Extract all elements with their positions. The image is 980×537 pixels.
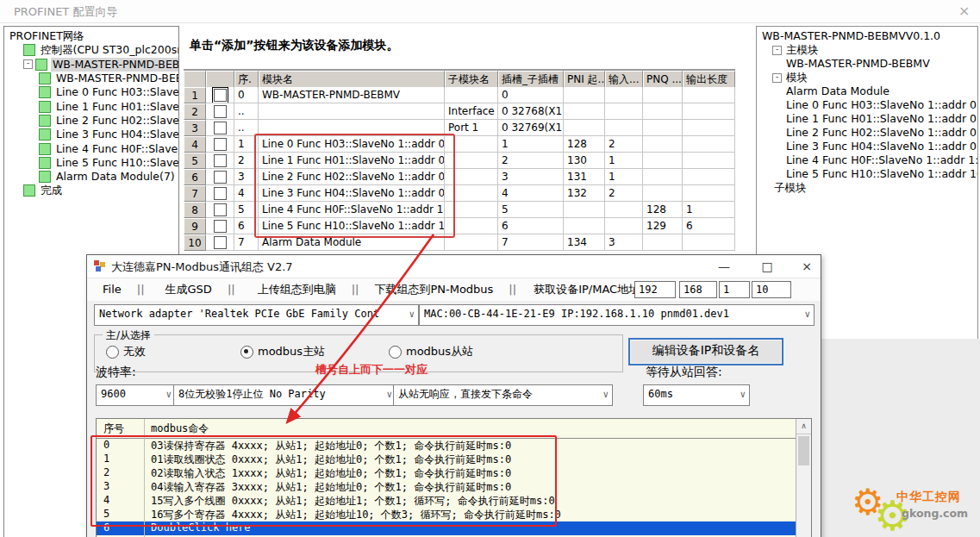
radio-icon[interactable] <box>240 346 253 359</box>
timeout-select[interactable]: 从站无响应，直接发下条命令 ∨ <box>393 384 613 406</box>
parity-select[interactable]: 8位无校验1停止位 No Parity ∨ <box>173 384 396 406</box>
row-checkbox[interactable] <box>206 218 234 234</box>
cell-input[interactable]: 1 <box>605 153 643 169</box>
radio-option[interactable]: modbus主站 <box>240 344 325 359</box>
cell-submodule[interactable]: Interface <box>445 103 498 120</box>
cell-module-name[interactable]: Line 0 Func H03::SlaveNo 1::addr 0::Len … <box>259 136 445 153</box>
row-number-cell[interactable]: 3 <box>184 120 206 136</box>
checkbox-icon[interactable] <box>214 236 227 249</box>
tree-item[interactable]: 子模块 <box>757 181 977 195</box>
cmd-row[interactable]: 304读输入寄存器 3xxxx; 从站1; 起始地址0; 个数1; 命令执行前延… <box>97 480 811 494</box>
row-checkbox[interactable] <box>206 234 234 251</box>
checkbox-icon[interactable] <box>214 89 227 102</box>
cell-seq[interactable]: 3 <box>234 169 259 185</box>
tree-item[interactable]: -主模块 <box>757 43 977 57</box>
cell-input[interactable] <box>605 87 643 103</box>
row-checkbox[interactable] <box>206 87 234 103</box>
cell-pni-start[interactable] <box>564 202 605 218</box>
tree-expander-icon[interactable]: - <box>772 73 782 83</box>
tree-item[interactable]: Line 3 Func H04::SlaveNo 1: <box>4 128 178 141</box>
maximize-button[interactable]: □ <box>752 257 782 276</box>
cell-module-name[interactable]: Line 1 Func H01::SlaveNo 1::addr 0::Len … <box>259 153 445 169</box>
cell-input[interactable] <box>605 103 643 120</box>
close-button[interactable]: × <box>792 257 821 276</box>
checkbox-icon[interactable] <box>214 154 227 167</box>
tree-item[interactable]: PROFINET网络 <box>4 29 178 43</box>
device-select[interactable]: MAC:00-CB-44-1E-21-E9 IP:192.168.1.10 pn… <box>419 304 815 326</box>
menu-item[interactable]: 上传组态到电脑 <box>256 278 338 301</box>
cell-pnq[interactable]: 129 <box>643 218 683 234</box>
menu-item[interactable]: 生成GSD <box>164 278 214 301</box>
tree-item[interactable]: -WB-MASTER-PNMD-BEBMVV0.1. <box>4 58 178 72</box>
cell-seq[interactable]: 4 <box>234 185 259 202</box>
scroll-thumb[interactable] <box>798 436 809 465</box>
row-checkbox[interactable] <box>206 136 234 153</box>
ip-octet-input[interactable]: 10 <box>752 281 791 298</box>
cell-submodule[interactable] <box>445 185 498 202</box>
row-checkbox[interactable] <box>206 153 234 169</box>
row-checkbox[interactable] <box>206 103 234 120</box>
cell-module-name[interactable]: Alarm Data Module <box>259 234 445 251</box>
radio-option[interactable]: modbus从站 <box>389 344 473 359</box>
radio-option[interactable]: 无效 <box>106 344 146 359</box>
cell-seq[interactable]: 7 <box>234 234 259 251</box>
cell-submodule[interactable] <box>445 153 498 169</box>
cmd-row[interactable]: 202读取输入状态 1xxxx; 从站1; 起始地址0; 个数1; 命令执行前延… <box>97 466 811 480</box>
tree-item[interactable]: 完成 <box>4 184 178 197</box>
cell-output-len[interactable]: 1 <box>683 202 735 218</box>
wait-select[interactable]: 60ms ∨ <box>643 384 750 406</box>
cell-submodule[interactable] <box>445 202 498 218</box>
cell-output-len[interactable] <box>683 120 735 136</box>
cell-pni-start[interactable]: 131 <box>564 169 605 185</box>
cell-seq[interactable]: 5 <box>234 202 259 218</box>
cell-submodule[interactable] <box>445 136 498 153</box>
cell-output-len[interactable] <box>683 185 735 202</box>
cell-seq[interactable]: .. <box>234 103 259 120</box>
cell-input[interactable] <box>605 202 643 218</box>
cell-pnq[interactable] <box>643 103 683 120</box>
cell-slot[interactable]: 2 <box>498 153 564 169</box>
cell-slot[interactable]: 3 <box>498 169 564 185</box>
row-number-cell[interactable]: 7 <box>184 185 206 202</box>
cell-module-name[interactable]: Line 4 Func H0F::SlaveNo 1::addr 1::Len … <box>259 202 445 218</box>
row-number-cell[interactable]: 1 <box>184 87 206 103</box>
radio-icon[interactable] <box>389 346 402 359</box>
cell-submodule[interactable] <box>445 234 498 251</box>
checkbox-icon[interactable] <box>214 187 227 200</box>
cell-module-name[interactable]: WB-MASTER-PNMD-BEBMV <box>259 87 445 103</box>
cell-output-len[interactable] <box>683 136 735 153</box>
tree-item[interactable]: WB-MASTER-PNMD-BEBMV <box>757 57 977 71</box>
checkbox-icon[interactable] <box>214 105 227 118</box>
cell-pnq[interactable] <box>643 234 683 251</box>
cmd-row[interactable]: 516写多个寄存器 4xxxx; 从站1; 起始地址10; 个数3; 循环写; … <box>97 508 811 521</box>
cell-output-len[interactable] <box>683 169 735 185</box>
tree-expander-icon[interactable]: - <box>772 46 782 55</box>
cell-pnq[interactable] <box>643 120 683 136</box>
app-close-icon[interactable]: × <box>958 3 970 19</box>
cell-pnq[interactable] <box>643 87 683 103</box>
cell-pni-start[interactable] <box>564 103 605 120</box>
cell-seq[interactable]: 6 <box>234 218 259 234</box>
minimize-button[interactable]: — <box>709 257 739 276</box>
cell-slot[interactable]: 6 <box>498 218 564 234</box>
row-number-cell[interactable]: 10 <box>184 234 206 251</box>
scroll-up-icon[interactable]: ∧ <box>796 419 811 434</box>
checkbox-icon[interactable] <box>214 171 227 184</box>
cell-output-len[interactable] <box>683 153 735 169</box>
cell-input[interactable]: 2 <box>605 136 643 153</box>
cell-slot[interactable]: 0 32768(X1) <box>498 103 564 120</box>
checkbox-icon[interactable] <box>214 138 227 151</box>
cell-module-name[interactable] <box>259 103 445 120</box>
cmd-row[interactable]: 101读取线圈状态 0xxxx; 从站1; 起始地址0; 个数1; 命令执行前延… <box>97 453 811 466</box>
cell-slot[interactable]: 4 <box>498 185 564 202</box>
cell-slot[interactable]: 7 <box>498 234 564 251</box>
row-number-cell[interactable]: 6 <box>184 169 206 185</box>
cell-pnq[interactable]: 128 <box>643 202 683 218</box>
tree-item[interactable]: Line 0 Func H03::SlaveNo 1::addr 0::Len … <box>757 98 977 112</box>
cmd-row[interactable]: 415写入多个线圈 0xxxx; 从站1; 起始地址1; 个数1; 循环写; 命… <box>97 494 811 508</box>
tree-item[interactable]: Alarm Data Module(7) <box>4 170 178 184</box>
menu-item[interactable]: 下载组态到PN-Modbus <box>372 278 495 301</box>
cell-output-len[interactable] <box>683 87 735 103</box>
row-checkbox[interactable] <box>206 169 234 185</box>
cell-module-name[interactable] <box>259 120 445 136</box>
